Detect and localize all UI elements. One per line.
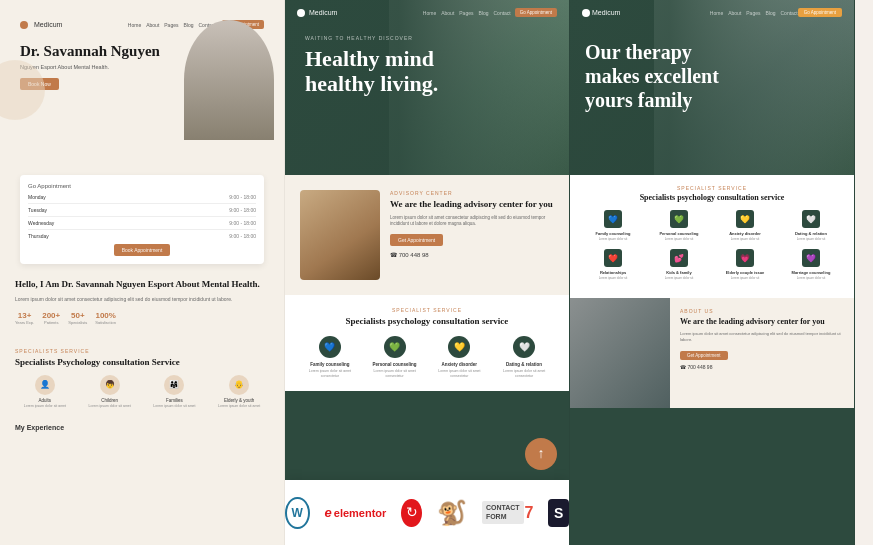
center-logo: Medicum — [309, 9, 337, 16]
spec-card-elderly: 👴 Elderly & youth Lorem ipsum dolor sit … — [209, 375, 269, 408]
center-nav: Medicum Home About Pages Blog Contact Go… — [285, 8, 569, 17]
right-spec-icon-dating: 🤍 — [802, 210, 820, 228]
right-spec-label: SPECIALIST SERVICE — [582, 185, 842, 191]
right-nav-home[interactable]: Home — [710, 10, 723, 16]
right-spec-icon-rel: ❤️ — [604, 249, 622, 267]
stat-specialists: 50+ Specialists — [68, 311, 87, 325]
schedule-row-tue: Tuesday 9:00 - 18:00 — [28, 207, 256, 213]
right-hero-title-1: Our therapy — [585, 41, 692, 63]
center-cta-btn[interactable]: Go Appointment — [515, 8, 557, 17]
left-spec-label: SPECIALISTS SERVICE — [15, 348, 269, 354]
schedule-title: Go Appointment — [28, 183, 256, 189]
book-appointment-btn[interactable]: Book Appointment — [114, 244, 171, 256]
right-nav: Medicum Home About Pages Blog Contact Go… — [570, 8, 854, 17]
center-spec-icon-dating: 🤍 — [513, 336, 535, 358]
right-spec-personal: 💚 Personal counseling Lorem ipsum dolor … — [648, 210, 710, 241]
schedule-divider-2 — [28, 216, 256, 217]
schedule-section: Go Appointment Monday 9:00 - 18:00 Tuesd… — [20, 175, 264, 264]
right-cta-btn[interactable]: Go Appointment — [798, 8, 842, 17]
contactform-number: 7 — [525, 504, 534, 522]
right-person-phone: ☎ 700 448 98 — [680, 364, 844, 370]
elementor-e-icon: e — [325, 505, 332, 520]
experience-title: My Experience — [15, 424, 269, 431]
experience-section: My Experience — [0, 416, 284, 443]
center-advisory-cta[interactable]: Get Appointment — [390, 234, 443, 246]
person-img-fill — [570, 298, 670, 408]
stacks-logo: S — [548, 499, 569, 527]
right-spec-marriage: 💜 Marriage counseling Lorem ipsum dolor … — [780, 249, 842, 280]
plugin-bar: W e elementor ↻ 🐒 CONTACTFORM 7 S — [285, 480, 569, 545]
right-person-label: ABOUT US — [680, 308, 844, 314]
right-spec-icon-anxiety: 💛 — [736, 210, 754, 228]
center-hero-title-line1: Healthy mind — [305, 46, 434, 71]
center-advisory-section: ADVISORY CENTER We are the leading advis… — [285, 175, 569, 295]
right-spec-grid-bottom: ❤️ Relationships Lorem ipsum dolor sit 💕… — [582, 249, 842, 280]
center-spec-family: 💙 Family counseling Lorem ipsum dolor si… — [300, 336, 360, 379]
spec-icon-elderly: 👴 — [229, 375, 249, 395]
spec-icon-families: 👨‍👩‍👧 — [164, 375, 184, 395]
panel-left: Medicum Home About Pages Blog Contact Go… — [0, 0, 285, 545]
scroll-up-icon: ↑ — [538, 446, 545, 462]
right-nav-about[interactable]: About — [728, 10, 741, 16]
center-nav-blog[interactable]: Blog — [478, 10, 488, 16]
stat-years: 13+ Years Exp. — [15, 311, 34, 325]
right-spec-anxiety: 💛 Anxiety disorder Lorem ipsum dolor sit — [714, 210, 776, 241]
stat-satisfaction: 100% Satisfaction — [95, 311, 116, 325]
center-nav-home[interactable]: Home — [423, 10, 436, 16]
center-advisory-phone: ☎ 700 448 98 — [390, 251, 554, 258]
spec-card-families: 👨‍👩‍👧 Families Lorem ipsum dolor sit ame… — [145, 375, 205, 408]
schedule-divider — [28, 203, 256, 204]
left-logo: Medicum — [34, 21, 62, 28]
right-person-section: ABOUT US We are the leading advisory cen… — [570, 298, 854, 408]
schedule-row-wed: Wednesday 9:00 - 18:00 — [28, 220, 256, 226]
right-hero-title-3: yours family — [585, 89, 692, 111]
left-spec-title: Specialists Psychology consultation Serv… — [15, 357, 269, 369]
logo-dot — [20, 21, 28, 29]
center-nav-pages[interactable]: Pages — [459, 10, 473, 16]
right-nav-pages[interactable]: Pages — [746, 10, 760, 16]
right-nav-contact[interactable]: Contact — [780, 10, 797, 16]
scroll-up-button[interactable]: ↑ — [525, 438, 557, 470]
center-advisory-title: We are the leading advisory center for y… — [390, 199, 554, 211]
right-nav-blog[interactable]: Blog — [765, 10, 775, 16]
right-specialists-section: SPECIALIST SERVICE Specialists psycholog… — [570, 175, 854, 298]
left-specialists-section: SPECIALISTS SERVICE Specialists Psycholo… — [0, 340, 284, 416]
panel-right: Medicum Home About Pages Blog Contact Go… — [570, 0, 855, 545]
right-person-image — [570, 298, 670, 408]
right-logo-dot — [582, 9, 590, 17]
center-spec-label: SPECIALIST SERVICE — [300, 307, 554, 313]
schedule-divider-3 — [28, 229, 256, 230]
nav-pages[interactable]: Pages — [164, 22, 178, 28]
center-hero-title-line2: healthy living. — [305, 71, 438, 96]
right-logo: Medicum — [592, 9, 620, 16]
right-spec-family: 💙 Family counseling Lorem ipsum dolor si… — [582, 210, 644, 241]
schedule-row-thu: Thursday 9:00 - 18:00 — [28, 233, 256, 239]
nav-home[interactable]: Home — [128, 22, 141, 28]
spec-icon-adults: 👤 — [35, 375, 55, 395]
nav-about[interactable]: About — [146, 22, 159, 28]
left-hero-image — [184, 20, 274, 140]
stat-patients: 200+ Patients — [42, 311, 60, 325]
center-specialists-section: SPECIALIST SERVICE Specialists psycholog… — [285, 295, 569, 391]
center-nav-links: Home About Pages Blog Contact — [423, 10, 511, 16]
main-container: Medicum Home About Pages Blog Contact Go… — [0, 0, 873, 545]
right-spec-icon-kids: 💕 — [670, 249, 688, 267]
center-spec-icon-personal: 💚 — [384, 336, 406, 358]
doctor-silhouette — [184, 20, 274, 140]
about-text: Lorem ipsum dolor sit amet consectetur a… — [15, 296, 269, 304]
right-spec-title: Specialists psychology consultation serv… — [582, 193, 842, 202]
spec-icon-children: 👦 — [100, 375, 120, 395]
center-nav-about[interactable]: About — [441, 10, 454, 16]
rotator-logo: ↻ — [401, 499, 422, 527]
right-spec-icon-marriage: 💜 — [802, 249, 820, 267]
right-spec-relationships: ❤️ Relationships Lorem ipsum dolor sit — [582, 249, 644, 280]
center-hero-title: Healthy mind healthy living. — [305, 46, 438, 97]
right-hero-title-2: makes excellent — [585, 65, 719, 87]
right-hero-content: Our therapy makes excellent yours family — [585, 40, 754, 112]
right-spec-icon-family: 💙 — [604, 210, 622, 228]
elementor-text: elementor — [334, 507, 387, 519]
center-spec-grid: 💙 Family counseling Lorem ipsum dolor si… — [300, 336, 554, 379]
nav-blog[interactable]: Blog — [183, 22, 193, 28]
right-person-cta[interactable]: Get Appointment — [680, 351, 728, 360]
center-nav-contact[interactable]: Contact — [493, 10, 510, 16]
